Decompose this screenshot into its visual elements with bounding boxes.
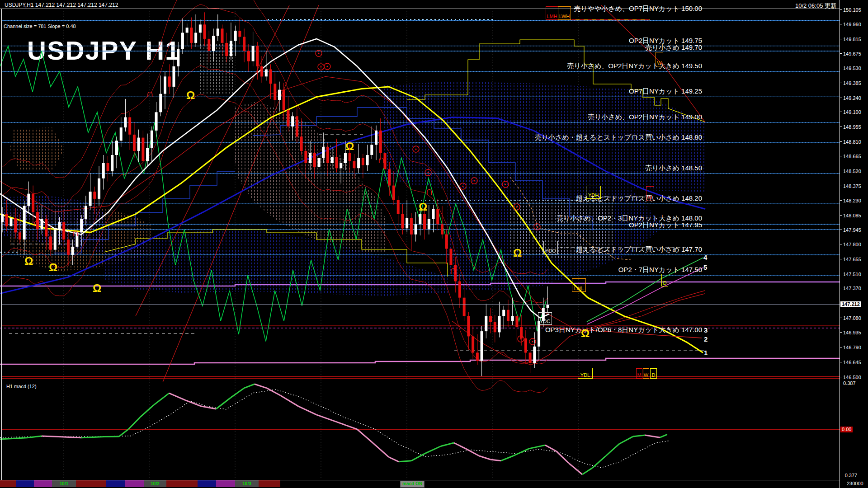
candle-body xyxy=(111,155,113,171)
chart-top-frame xyxy=(0,9,840,9)
macd-line-segment xyxy=(606,444,619,456)
level-box-ydl[interactable]: YDL xyxy=(578,368,593,379)
price-axis-label: 149.960 xyxy=(843,22,861,27)
candle-body xyxy=(472,336,474,352)
macd-line-segment xyxy=(645,435,653,436)
candle-body xyxy=(137,138,140,151)
candle-body xyxy=(423,214,426,230)
level-box-w[interactable]: W xyxy=(656,52,663,66)
candle-body xyxy=(481,331,483,361)
price-axis-label: 146.790 xyxy=(843,345,861,350)
level-box-lwh[interactable]: LWH xyxy=(558,6,571,20)
projection-number-3: 3 xyxy=(704,326,708,334)
annotation-147: OP3日NYカット/OP6・8日NYカット大きめ 147.00 xyxy=(545,326,702,334)
candle-body xyxy=(357,158,360,169)
macd-line-segment xyxy=(513,449,529,456)
sell-signal-arc-icon: ∩ xyxy=(377,153,385,166)
macd-bottom-label: -0.377 xyxy=(843,473,857,478)
level-box-m[interactable]: M xyxy=(646,186,654,201)
candle-body xyxy=(107,163,109,171)
candle-body xyxy=(194,33,197,43)
macd-line-segment xyxy=(569,463,582,474)
buy-signal-omega-icon: Ω xyxy=(186,89,195,102)
macd-line-segment xyxy=(653,436,660,437)
timeline-session-segment[interactable] xyxy=(259,480,280,487)
timeline-session-segment[interactable] xyxy=(16,480,34,487)
buy-signal-omega-icon: Ω xyxy=(513,247,522,259)
timeline-date-10-3[interactable]: 10/3 xyxy=(235,480,259,487)
candle-body xyxy=(230,41,232,56)
macd-line-segment xyxy=(267,388,280,395)
price-axis-label: 148.230 xyxy=(843,198,861,203)
timeline-session-segment[interactable] xyxy=(166,480,198,487)
price-axis-label: 149.385 xyxy=(843,80,861,86)
update-timestamp: 10/2 06:05 更新 xyxy=(795,2,836,10)
candle-body xyxy=(524,338,527,353)
level-box-m[interactable]: M xyxy=(636,368,642,379)
candle-body xyxy=(392,186,395,200)
candle-body xyxy=(291,116,294,127)
level-box-d[interactable]: D xyxy=(661,274,668,286)
timeline-date-10-2[interactable]: 10/2 xyxy=(144,480,166,487)
macd-line-segment xyxy=(592,456,606,468)
price-axis-label: 146.500 xyxy=(843,375,861,380)
timeline-session-segment[interactable] xyxy=(198,480,216,487)
annotation-147.7: 超えるとストップロス買い小さめ 147.70 xyxy=(576,245,702,254)
annotation-148.5: 売り小さめ 148.50 xyxy=(645,164,702,173)
candle-body xyxy=(366,155,369,165)
candle-body xyxy=(49,236,52,249)
macd-line-segment xyxy=(119,429,128,436)
candle-body xyxy=(102,163,105,178)
price-axis-label: 148.085 xyxy=(843,213,861,218)
macd-line-segment xyxy=(582,468,592,474)
candle-body xyxy=(406,218,408,229)
candle-body xyxy=(485,316,487,331)
macd-on-button[interactable]: macd ON xyxy=(400,481,425,488)
timeline-session-segment[interactable] xyxy=(34,480,52,487)
timeline-session-segment[interactable] xyxy=(125,480,144,487)
candle-body xyxy=(269,70,272,84)
timeline-session-segment[interactable] xyxy=(106,480,125,487)
macd-line-segment xyxy=(59,437,81,438)
level-box-ydh[interactable]: YDH xyxy=(586,186,601,199)
candle-body xyxy=(41,219,43,230)
candle-body xyxy=(243,37,245,51)
candle-body xyxy=(203,24,206,39)
level-box-ydo[interactable]: YDO xyxy=(543,241,558,254)
candle-body xyxy=(212,36,215,51)
price-axis-label: 147.800 xyxy=(843,242,861,247)
price-axis-label: 148.665 xyxy=(843,154,861,159)
price-axis-label: 149.675 xyxy=(843,51,861,56)
candle-body xyxy=(225,43,228,56)
macd-line-segment xyxy=(425,446,441,454)
price-axis-label: 147.510 xyxy=(843,272,861,277)
price-axis-label: 146.645 xyxy=(843,360,861,365)
candle-body xyxy=(449,249,452,265)
price-axis[interactable]: 150.105149.960149.815149.675149.530149.3… xyxy=(840,0,868,488)
price-axis-label: 148.810 xyxy=(843,139,861,145)
macd-line-segment xyxy=(0,438,27,439)
level-box-ydc[interactable]: YDC xyxy=(538,312,552,325)
candle-body xyxy=(274,84,276,100)
level-box-lmh[interactable]: LMH xyxy=(546,6,558,20)
macd-signal-line xyxy=(0,389,670,468)
timeline-date-10-1[interactable]: 10/1 xyxy=(52,480,76,487)
macd-line-segment xyxy=(231,388,244,398)
macd-line-segment xyxy=(201,406,216,409)
timeline-session-segment[interactable] xyxy=(0,480,16,487)
annotation-149.25: OP7日NYカット 149.25 xyxy=(629,87,702,96)
candle-body xyxy=(62,222,65,239)
timeline-session-segment[interactable] xyxy=(216,480,235,487)
chart-canvas[interactable] xyxy=(0,0,868,488)
level-box-lwl[interactable]: LWL xyxy=(572,278,586,292)
candle-body xyxy=(322,147,325,158)
candle-body xyxy=(397,200,400,214)
timeline-session-segment[interactable] xyxy=(76,480,106,487)
price-axis-label: 149.530 xyxy=(843,66,861,71)
current-price-box: 147.212 xyxy=(840,301,861,307)
level-box-d[interactable]: D xyxy=(650,368,657,379)
level-box-w[interactable]: W xyxy=(643,368,649,379)
candle-body xyxy=(278,90,281,100)
macd-line-segment xyxy=(27,436,42,438)
candle-body xyxy=(362,158,364,165)
